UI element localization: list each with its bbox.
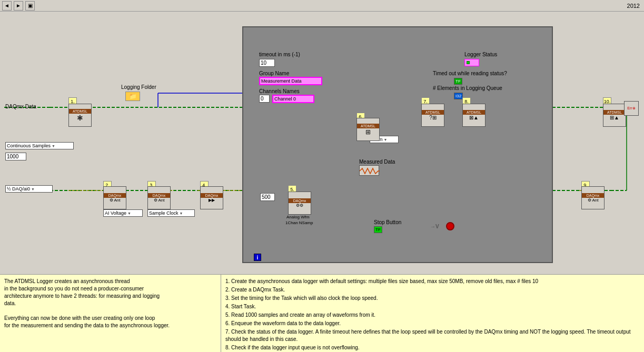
measured-data-label: Measured Data <box>359 159 395 165</box>
ai-voltage-dropdown[interactable]: AI Voltage ▼ <box>103 209 143 217</box>
sample-clock-dropdown[interactable]: Sample Clock ▼ <box>147 209 195 217</box>
wave-svg <box>360 166 380 176</box>
atdmsl-block-1[interactable]: ATDMSL ✱ <box>68 104 92 127</box>
daqmx-data-label: DAQmx Data <box>5 104 36 109</box>
atdmsl-block-7[interactable]: ATDMSL ?⊞ <box>421 104 444 127</box>
daqmx-block-2[interactable]: DAQmx ⚙ Ant <box>103 186 126 209</box>
desc-right: 1. Create the asynchronous data logger w… <box>221 275 644 352</box>
ai-voltage-label: AI Voltage <box>105 210 126 216</box>
block5-value[interactable]: 500 <box>260 193 275 201</box>
timeout-label: timeout in ms (-1) <box>259 52 300 57</box>
timeout-value[interactable]: 10 <box>259 59 275 67</box>
desc-line: 4. Start Task. <box>225 303 640 310</box>
desc-line: 1. Create the asynchronous data logger w… <box>225 278 640 285</box>
continuous-samples-label: Continuous Samples <box>7 143 51 148</box>
block5-content: ⚙⚙ <box>296 203 303 208</box>
logger-status-indicator <box>464 59 479 66</box>
group-name-label: Group Name <box>259 71 289 76</box>
v-indicator: →V <box>430 224 439 229</box>
channels-names-label: Channels Names <box>259 88 300 94</box>
ai-voltage-arrow-icon: ▼ <box>127 212 131 215</box>
block8-header: ATDMSL <box>463 110 485 115</box>
block10-icon: ⊞▲ <box>610 115 619 120</box>
block7-header: ATDMSL <box>422 110 444 115</box>
stop-button-circle[interactable] <box>446 222 454 230</box>
block10-header: ATDMSL <box>603 110 626 115</box>
sample-clock-label: Sample Clock <box>149 210 179 216</box>
block5-header: DAQmx <box>289 198 311 203</box>
block2-content: ⚙ Ant <box>110 198 121 203</box>
desc-right-lines: 1. Create the asynchronous data logger w… <box>225 278 640 352</box>
error-icon: Err⊗ <box>627 106 635 110</box>
timed-out-label: Timed out while reading status? <box>433 71 507 76</box>
daqmx-block-9[interactable]: DAQmx ⚙ Ant <box>581 186 605 209</box>
block6-header: ATDMSL <box>357 124 379 128</box>
daqmx-block-5[interactable]: DAQmx ⚙⚙ <box>288 192 311 215</box>
i-indicator: i <box>254 254 261 261</box>
channel-value[interactable]: Channel 0 <box>272 95 314 103</box>
block1-icon: ✱ <box>77 114 83 122</box>
block5-sublabel: Analog Wfm <box>286 215 310 219</box>
block4-header: DAQmx <box>201 193 223 198</box>
daqmx-block-4[interactable]: DAQmx ▶▶ <box>200 186 223 209</box>
diagram: DAQmx Data Continuous Samples ▼ 1000 ½ D… <box>0 12 644 273</box>
status-green-dot <box>467 61 470 64</box>
atdmsl-block-6[interactable]: ATDMSL ⊞ <box>356 118 380 141</box>
daq-channel-dropdown[interactable]: ½ DAQ/ai0 ▼ <box>5 185 53 193</box>
block8-icon: ⊠▲ <box>469 115 479 120</box>
timed-out-tf: TF <box>454 78 462 85</box>
desc-line: 3. Set the timing for the Task which wil… <box>225 295 640 302</box>
block1-header: ATDMSL <box>69 109 91 114</box>
block9-icon: ⚙ Ant <box>588 198 599 203</box>
channel-index[interactable]: 0 <box>259 95 270 103</box>
daq-channel-label: ½ DAQ/ai0 <box>7 186 30 192</box>
logging-folder-label: Logging Folder <box>121 84 156 90</box>
block3-content: ⚙ Ant <box>154 198 165 203</box>
logger-status-label: Logger Status <box>464 52 497 57</box>
toolbar-btn-stop[interactable]: ▣ <box>25 1 35 11</box>
continuous-samples-dropdown[interactable]: Continuous Samples ▼ <box>5 142 74 149</box>
folder-icon[interactable]: 📁 <box>125 92 140 101</box>
elements-label: # Elements in Logging Queue <box>433 85 502 91</box>
desc-line: 6. Enqueue the waveform data to the data… <box>225 320 640 327</box>
block4-content: ▶▶ <box>209 198 215 203</box>
group-name-value[interactable]: Measurement Data <box>259 77 322 85</box>
desc-left: The ATDMSL Logger creates an asynchronou… <box>0 275 221 352</box>
dropdown-arrow-icon: ▼ <box>52 144 55 148</box>
desc-line: 8. Check if the data logger input queue … <box>225 344 640 351</box>
elements-value: I32 <box>454 93 463 99</box>
atdmsl-block-8[interactable]: ATDMSL ⊠▲ <box>462 104 486 127</box>
atdmsl-block-10[interactable]: ATDMSL ⊞▲ <box>603 104 626 127</box>
samples-value[interactable]: 1000 <box>5 153 26 160</box>
desc-left-text: The ATDMSL Logger creates an asynchronou… <box>4 278 216 329</box>
block9-header: DAQmx <box>582 193 604 198</box>
desc-line: 7. Check the status of the data logger. … <box>225 328 640 343</box>
year-label: 2012 <box>627 3 640 9</box>
wfrm-arrow-icon: ▼ <box>384 138 388 142</box>
toolbar-btn-back[interactable]: ◄ <box>2 1 12 11</box>
error-cluster-right: Err⊗ <box>624 101 639 116</box>
description-area: The ATDMSL Logger creates an asynchronou… <box>0 274 644 352</box>
daqmx-block-3[interactable]: DAQmx ⚙ Ant <box>147 186 171 209</box>
toolbar: ◄ ► ▣ 2012 <box>0 0 644 12</box>
measured-data-wave <box>359 165 379 176</box>
block2-header: DAQmx <box>104 193 126 198</box>
main-panel: timeout in ms (-1) 10 Group Name Measure… <box>242 26 553 263</box>
desc-line: 5. Read 1000 samples and create an array… <box>225 311 640 319</box>
daq-arrow-icon: ▼ <box>31 187 35 191</box>
stop-tf[interactable]: TF <box>374 226 382 233</box>
stop-button-label: Stop Button <box>374 219 401 225</box>
toolbar-btn-forward[interactable]: ► <box>14 1 23 11</box>
block3-header: DAQmx <box>148 193 170 198</box>
block6-icon: ⊞ <box>365 128 371 136</box>
sample-clock-arrow-icon: ▼ <box>180 212 183 215</box>
block5-sublabel2: 1Chan NSamp <box>285 220 313 225</box>
block7-icon: ?⊞ <box>429 115 437 120</box>
desc-line: 2. Create a DAQmx Task. <box>225 286 640 294</box>
